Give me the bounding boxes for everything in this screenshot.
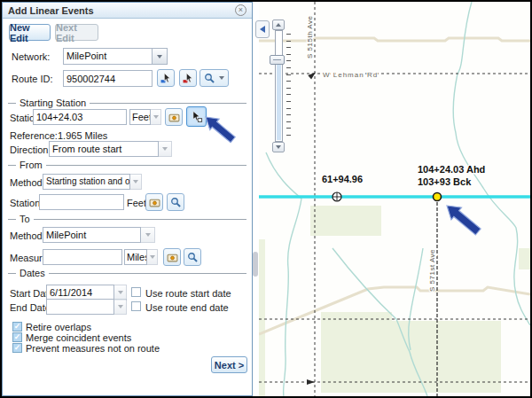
chevron-down-icon (118, 291, 123, 294)
to-method-label: Method: (10, 230, 45, 241)
network-dropdown[interactable]: MilePoint (63, 48, 153, 65)
from-search-button[interactable] (167, 193, 184, 211)
end-date-caret[interactable] (113, 299, 127, 315)
route-id-input[interactable] (63, 70, 153, 87)
merge-coincident-label: Merge coincident events (26, 332, 131, 343)
section-from: From (8, 160, 246, 170)
chevron-down-icon (133, 180, 138, 183)
section-to: To (8, 214, 246, 224)
use-route-start-date-checkbox[interactable] (131, 287, 141, 297)
from-method-dropdown[interactable]: Starting station and offset (43, 174, 130, 190)
from-method-caret[interactable] (129, 174, 142, 190)
reference-value: 1.965 Miles (58, 130, 107, 141)
use-route-end-date-checkbox[interactable] (131, 301, 141, 311)
search-icon (187, 252, 199, 263)
chevron-left-icon (260, 26, 265, 33)
station-input[interactable] (33, 109, 127, 125)
from-units-label: Feet (127, 198, 146, 208)
to-method-caret[interactable] (140, 227, 155, 243)
chevron-down-icon (153, 115, 159, 119)
section-starting-station: Starting Station (8, 98, 246, 108)
callout-arrow-panel (200, 109, 251, 152)
panel-title: Add Linear Events (8, 5, 235, 16)
road-label-s515th: S 515th Ave (306, 15, 314, 59)
section-dates: Dates (8, 268, 246, 278)
clear-route-selection-button[interactable] (179, 69, 197, 87)
network-label: Network: (12, 51, 50, 62)
direction-caret[interactable] (158, 141, 172, 157)
reference-label: Reference: (10, 130, 58, 141)
collapse-panel-tab[interactable] (255, 20, 270, 38)
zoom-slider-ticks (286, 34, 291, 142)
chevron-down-icon (276, 145, 281, 149)
from-measure-button[interactable] (145, 193, 163, 211)
measure-pick-button[interactable] (163, 248, 181, 266)
zoom-slider-handle[interactable] (270, 55, 285, 65)
measure-combo[interactable] (43, 249, 122, 265)
next-edit-button[interactable]: Next Edit (55, 24, 98, 41)
station-label-mid: 61+94.96 (322, 174, 363, 184)
route-search-menu-button[interactable] (200, 69, 229, 87)
next-button[interactable]: Next > (211, 356, 247, 373)
chevron-down-icon (162, 147, 168, 151)
merge-coincident-checkbox[interactable]: ✓ (12, 332, 22, 342)
station-marker (332, 192, 341, 201)
search-icon (170, 197, 182, 208)
retire-overlaps-checkbox[interactable]: ✓ (12, 322, 22, 332)
chevron-down-icon (219, 76, 224, 80)
splitter-handle[interactable] (253, 252, 258, 277)
station-label-ahead: 104+24.03 Ahd (418, 164, 485, 175)
check-icon: ✓ (14, 332, 21, 341)
use-route-end-date-label: Use route end date (145, 302, 229, 313)
road-label-s571st: S 571st Ave (428, 249, 436, 292)
route-id-label: Route ID: (12, 74, 52, 84)
chevron-down-icon (150, 255, 155, 259)
measure-point-icon (149, 197, 160, 208)
station-units-dropdown[interactable]: Feet (129, 109, 151, 125)
measure-search-button[interactable] (184, 248, 201, 266)
zoom-out-button[interactable] (272, 142, 285, 152)
chevron-down-icon (118, 305, 123, 308)
from-method-label: Method: (10, 177, 45, 188)
station-measure-button[interactable] (165, 108, 183, 126)
retire-overlaps-label: Retire overlaps (26, 322, 91, 332)
network-dropdown-caret[interactable] (152, 48, 168, 65)
zoom-slider-track[interactable] (275, 30, 283, 142)
map-canvas[interactable]: 61+94.96 104+24.03 Ahd 103+93 Bck W Lehm… (259, 2, 530, 396)
prevent-measures-checkbox[interactable]: ✓ (12, 343, 22, 353)
direction-dropdown[interactable]: From route start (49, 141, 159, 157)
chevron-down-icon (145, 233, 151, 237)
clear-selection-icon (183, 73, 194, 84)
measure-point-icon (167, 252, 178, 263)
panel-header[interactable]: Add Linear Events × (3, 3, 252, 19)
measure-units-caret[interactable] (146, 249, 158, 265)
road-label-w-lehman: W Lehman Rd (323, 71, 378, 79)
new-edit-button[interactable]: New Edit (9, 24, 51, 41)
from-station-input[interactable] (39, 194, 124, 210)
chevron-down-icon (157, 55, 162, 59)
close-icon[interactable]: × (235, 4, 246, 16)
select-route-button[interactable] (157, 69, 175, 87)
from-station-label: Station: (10, 198, 43, 208)
direction-label: Direction: (10, 144, 51, 155)
selected-station-point[interactable] (434, 193, 442, 201)
measure-point-icon (168, 112, 180, 123)
chevron-up-icon (276, 23, 281, 27)
station-units-caret[interactable] (150, 109, 161, 125)
add-linear-events-panel: Add Linear Events × New Edit Next Edit N… (2, 2, 253, 396)
to-method-dropdown[interactable]: MilePoint (43, 227, 141, 243)
use-route-start-date-label: Use route start date (145, 288, 231, 299)
end-date-input[interactable] (46, 299, 114, 315)
prevent-measures-label: Prevent measures not on route (26, 343, 160, 354)
select-route-icon (160, 73, 172, 84)
station-label-back: 103+93 Bck (418, 176, 472, 187)
check-icon: ✓ (14, 343, 21, 352)
app-window: Add Linear Events × New Edit Next Edit N… (0, 0, 532, 398)
zoom-in-button[interactable] (272, 20, 285, 30)
check-icon: ✓ (14, 322, 21, 331)
zoom-slider-fill (277, 58, 281, 140)
search-icon (204, 73, 215, 84)
measure-units-dropdown[interactable]: Miles (124, 249, 147, 265)
